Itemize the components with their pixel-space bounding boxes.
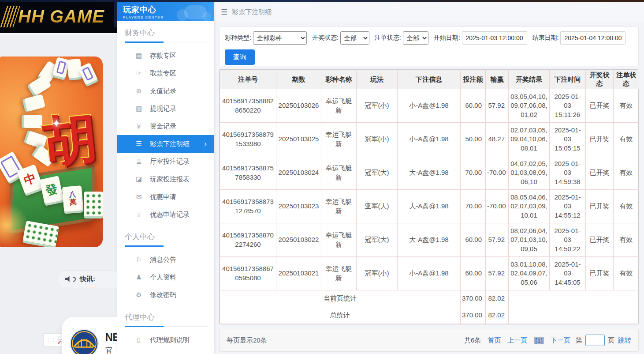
cell-play-type: 亚军(大) (357, 190, 398, 223)
gear-icon: ⚙ (134, 291, 143, 299)
start-date-input[interactable] (462, 31, 527, 45)
summary-row: 总统计370.0082.02 (220, 307, 639, 324)
sidebar-item-label: 优惠申请记录 (150, 211, 190, 219)
table-row: 40156917358882865022020250103026幸运飞艇新冠军(… (220, 89, 639, 123)
draw-status-label: 开奖状态: (312, 34, 339, 42)
column-header: 输赢 (486, 70, 509, 89)
cashout-wallet-icon: ▥ (134, 105, 143, 113)
cell-bet-info: 小-A盘@1.98 (398, 257, 461, 290)
brand-logo: HH GAME (18, 7, 104, 26)
warriors-logo-icon (70, 329, 99, 354)
jump-button[interactable]: 跳转 (618, 336, 631, 345)
mahjong-promo-banner: 胡 ✦ 中 發 八萬 (0, 56, 103, 247)
summary-bet-amount: 370.00 (461, 307, 486, 324)
cell-period: 20250103023 (276, 190, 321, 223)
cell-bet-status: 有效 (614, 223, 639, 257)
cell-bet-time: 2025-01-03 14:59:38 (550, 156, 586, 190)
page-header: ☰ 彩票下注明细 (214, 2, 644, 22)
drag-handle-icon: ⋮⋮ (46, 337, 56, 343)
draw-status-select[interactable]: 全部 (340, 31, 369, 45)
sidebar-item[interactable]: ¥资金记录 (117, 117, 214, 135)
cell-period: 20250103026 (276, 89, 321, 123)
cell-bet-amount: 60.00 (461, 257, 486, 290)
column-header: 下注时间 (550, 70, 586, 89)
cell-period: 20250103024 (276, 156, 321, 190)
sidebar-item[interactable]: ⊕充值记录 (117, 82, 214, 100)
query-button[interactable]: 查询 (225, 49, 255, 65)
tile-char: 發 (44, 181, 59, 199)
cell-win-loss: 57.92 (486, 89, 509, 123)
section-title: 个人中心 (117, 225, 214, 246)
cell-bet-time: 2025-01-03 15:11:26 (550, 89, 586, 123)
cell-lottery-name: 幸运飞艇新 (321, 190, 357, 223)
sidebar-item[interactable]: ✉优惠申请 (117, 188, 214, 206)
hall-bet-record-icon: ≣ (134, 158, 143, 166)
logo-bar: HH GAME (0, 0, 117, 34)
cell-bet-info: 大-A盘@1.98 (398, 223, 461, 257)
bet-status-select[interactable]: 全部 (403, 31, 428, 45)
lottery-type-label: 彩种类型: (225, 34, 251, 42)
summary-empty (509, 307, 639, 324)
total-count: 共6条 (464, 336, 481, 345)
menu-toggle-icon[interactable]: ☰ (221, 8, 227, 17)
cell-lottery-name: 幸运飞艇新 (321, 223, 357, 257)
next-page-link[interactable]: 下一页 (551, 336, 570, 345)
cell-play-type: 冠军(大) (357, 223, 398, 257)
sidebar-item-label: 资金记录 (150, 122, 176, 131)
sidebar-item[interactable]: ≡优惠申请记录 (117, 206, 214, 223)
left-background: HH GAME 胡 ✦ 中 發 八萬 快讯: (0, 0, 117, 354)
sidebar-item[interactable]: ⚙修改密码 (117, 286, 214, 304)
cell-bet-no: 401569173588828650220 (220, 89, 276, 123)
sidebar-item[interactable]: ▯代理规则说明 (117, 331, 214, 349)
cell-bet-time: 2025-01-03 14:55:12 (550, 190, 586, 223)
cell-bet-amount: 60.00 (461, 223, 486, 257)
lottery-type-select[interactable]: 全部彩种 (253, 31, 307, 45)
sidebar-item[interactable]: ▥提现记录 (117, 100, 214, 117)
sidebar-item-label: 厅室投注记录 (150, 158, 190, 166)
table-row: 40156917358867059508020250103021幸运飞艇新冠军(… (220, 257, 639, 290)
cell-lottery-name: 幸运飞艇新 (321, 156, 357, 190)
cell-play-type: 冠军(小) (357, 123, 398, 156)
column-header: 开奖状态 (586, 70, 614, 89)
sidebar-item[interactable]: ☰彩票下注明细› (117, 135, 214, 153)
hu-character: 胡 (41, 110, 100, 169)
page-number-input[interactable] (585, 335, 605, 346)
cell-bet-amount: 70.00 (461, 190, 486, 223)
cell-bet-amount: 60.00 (461, 89, 486, 123)
nba-card-title: NE (105, 331, 117, 343)
funds-record-icon: ¥ (134, 123, 143, 130)
main-content: ☰ 彩票下注明细 彩种类型: 全部彩种 开奖状态: 全部 注单状态: 全部 开始… (214, 0, 644, 354)
lottery-detail-icon: ☰ (134, 140, 143, 148)
sidebar-item[interactable]: ≣厅室投注记录 (117, 153, 214, 170)
cell-draw-result: 08,02,06,04,07,01,03,10,09,05 (509, 223, 550, 257)
sidebar-item-label: 提现记录 (150, 105, 176, 113)
cell-lottery-name: 幸运飞艇新 (321, 123, 357, 156)
gamepad-icon (184, 5, 207, 19)
sidebar-item-label: 玩家投注报表 (150, 175, 190, 184)
column-header: 彩种名称 (321, 70, 357, 89)
tile-char: 中 (22, 169, 38, 188)
sidebar-item[interactable]: ▩代理团队统计 (117, 349, 214, 354)
table-row: 40156917358870227426020250103022幸运飞艇新冠军(… (220, 223, 639, 257)
end-date-label: 结束日期: (532, 34, 559, 42)
cell-bet-time: 2025-01-03 15:05:15 (550, 123, 586, 156)
sidebar-item[interactable]: ☞取款专区 (117, 64, 214, 82)
column-header: 期数 (276, 70, 321, 89)
cell-bet-time: 2025-01-03 14:45:05 (550, 257, 586, 290)
bell-icon: ⚐ (134, 256, 143, 264)
column-header: 注单状态 (614, 70, 639, 89)
column-header: 投注额 (461, 70, 486, 89)
sidebar-item[interactable]: ♟个人资料 (117, 268, 214, 286)
end-date-input[interactable] (560, 31, 625, 45)
cell-bet-no: 401569173588757858330 (220, 156, 276, 190)
first-page-link[interactable]: 首页 (488, 336, 501, 345)
cell-draw-status: 已开奖 (586, 257, 614, 290)
summary-label: 当前页统计 (220, 290, 461, 307)
sidebar-item[interactable]: ▤存款专区 (117, 47, 214, 64)
cell-bet-info: 小-A盘@1.98 (398, 123, 461, 156)
sidebar-item[interactable]: ⚐消息公告 (117, 251, 214, 268)
cell-draw-result: 08,05,04,06,02,07,03,09,10,01 (509, 190, 550, 223)
prev-page-link[interactable]: 上一页 (507, 336, 527, 345)
bet-report-chart-icon: ◪ (134, 175, 143, 183)
sidebar-item[interactable]: ◪玩家投注报表 (117, 170, 214, 188)
